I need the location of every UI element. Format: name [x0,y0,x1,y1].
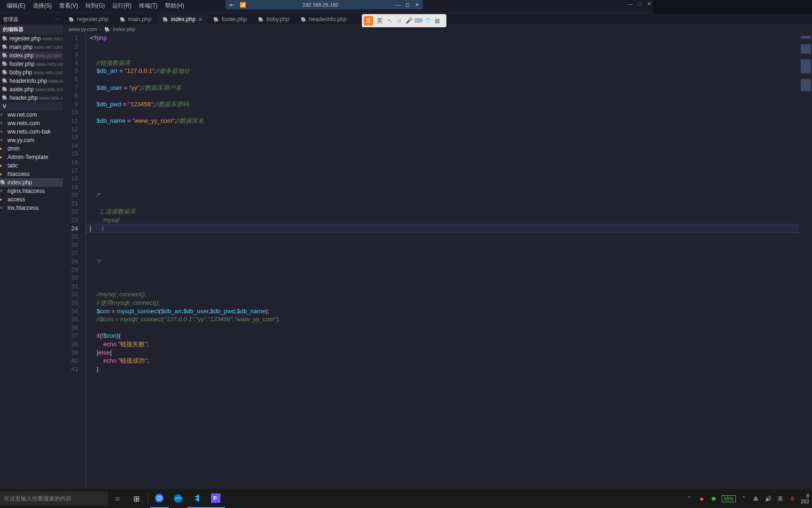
file-tree-item[interactable]: ▸tatic [0,161,63,170]
edge-icon[interactable] [169,489,187,508]
code-line[interactable]: 1.连接数据库 [86,207,812,216]
ime-tray-lang[interactable]: 英 [776,494,785,503]
code-line[interactable]: } [86,365,812,373]
file-tree-item[interactable]: ▸Admin-Template [0,153,63,161]
editor-tab[interactable]: 🐘boby.php [252,14,295,24]
code-line[interactable] [86,167,812,175]
code-line[interactable] [86,249,812,257]
code-line[interactable]: /* [86,191,812,199]
taskbar-search[interactable]: 在这里输入你要搜索的内容 [0,492,108,506]
code-editor[interactable]: 1234567891011121314151617181920212223242… [63,34,812,489]
mongodb-icon[interactable]: ⬢ [710,494,718,503]
menu-5[interactable]: 终端(T) [135,1,161,11]
code-line[interactable] [86,75,812,84]
network-icon[interactable]: 🖧 [752,494,760,503]
pin-icon[interactable]: ⇤ [228,1,235,8]
code-line[interactable]: $con = mysqli_connect($db_arr,$db_user,$… [86,307,812,316]
minimize-icon[interactable]: — [395,1,401,8]
code-line[interactable] [86,158,812,167]
menu-0[interactable]: 编辑(E) [3,1,29,11]
menu-6[interactable]: 帮助(H) [161,1,188,11]
menu-2[interactable]: 查看(V) [55,1,82,11]
close-tab-icon[interactable]: × [198,16,202,23]
clock[interactable]: 8 202 [801,493,809,504]
editor-tab[interactable]: 🐘regester.php [63,14,114,24]
menu-1[interactable]: 选择(S) [29,1,55,11]
code-line[interactable]: }else{ [86,349,812,357]
volume-icon[interactable]: 🔊 [764,494,773,503]
code-line[interactable] [86,125,812,134]
code-line[interactable] [86,42,812,51]
code-line[interactable]: if(!$con){ [86,332,812,340]
task-view-icon[interactable]: ⊞ [127,489,146,508]
code-line[interactable]: $db_name = "www_yy_com";//数据库名 [86,117,812,125]
code-area[interactable]: <?php //链接数据库 $db_arr = "127.0.0.1";//服务… [86,34,812,489]
ime-skin-icon[interactable]: 👕 [424,17,431,24]
file-tree-item[interactable]: 🐘index.php [0,178,63,187]
cortana-icon[interactable]: ○ [108,489,127,508]
sogou-logo-icon[interactable]: S [364,16,373,25]
file-tree-item[interactable]: ▸dmin [0,144,63,153]
open-editor-item[interactable]: 🐘footer.phpwww.nets.com... [0,60,63,68]
code-line[interactable]: $db_arr = "127.0.0.1";//服务器地址 [86,67,812,75]
ime-keyboard-icon[interactable]: ⌨ [414,17,422,24]
more-icon[interactable]: ⋯ [54,16,60,23]
code-line[interactable] [86,142,812,150]
code-line[interactable] [86,108,812,117]
crumb-folder[interactable]: www.yy.com [69,26,97,32]
code-line[interactable]: <?php [86,34,812,42]
ime-emoji-icon[interactable]: ☺ [396,17,403,24]
file-tree-item[interactable]: ▸access [0,195,63,204]
code-line[interactable]: $db_user = "yy";//数据库用户名 [86,84,812,92]
ime-toolbox-icon[interactable]: ▦ [433,17,441,24]
file-tree-item[interactable]: ≡ww.nets.com [0,119,63,127]
code-line[interactable] [86,92,812,100]
sogou-tray-icon[interactable]: S [789,494,797,503]
code-line[interactable] [86,232,812,241]
file-tree-item[interactable]: ≡inx.htaccess [0,204,63,212]
vscode-icon[interactable] [187,489,206,508]
workspace-header[interactable]: V [0,102,63,111]
file-tree-item[interactable]: ≡ww.nets.com-bak [0,127,63,136]
code-line[interactable]: I [86,224,812,233]
menu-3[interactable]: 转到(G) [82,1,109,11]
vscode-min-icon[interactable]: — [626,1,634,8]
open-editors-header[interactable]: 的编辑器 [0,24,63,34]
code-line[interactable]: //链接数据库 [86,59,812,67]
file-tree-item[interactable]: ▸htaccess [0,170,63,178]
tray-chevron-icon[interactable]: ˄ [740,494,748,503]
code-line[interactable]: echo "链接成功"; [86,357,812,365]
ime-punct-icon[interactable]: •, [386,17,394,24]
vscode-max-icon[interactable]: □ [635,1,644,8]
tray-app-icon[interactable]: ◆ [697,494,706,503]
crumb-file[interactable]: index.php [113,26,135,32]
code-line[interactable] [86,50,812,59]
vscode-close-icon[interactable]: ✕ [645,1,653,8]
code-line[interactable]: //$con = mysqli_connect("127.0.0.1","yy"… [86,315,812,324]
chrome-icon[interactable] [150,489,169,508]
phpstorm-icon[interactable]: P [206,489,225,508]
editor-tab[interactable]: 🐘headerinfo.php [295,14,352,24]
code-line[interactable] [86,175,812,183]
code-line[interactable] [86,266,812,274]
editor-tab[interactable]: 🐘main.php [114,14,157,24]
code-line[interactable] [86,183,812,191]
battery-indicator[interactable]: 55% [722,495,736,502]
open-editor-item[interactable]: 🐘headerinfo.phpwww.net... [0,77,63,85]
code-line[interactable] [86,133,812,142]
code-line[interactable] [86,282,812,291]
open-editor-item[interactable]: 🐘header.phpwww.nets.co... [0,94,63,102]
tray-chevron-icon[interactable]: ˄ [685,494,694,503]
file-tree-item[interactable]: ≡nginx.htaccess [0,187,63,195]
code-line[interactable] [86,324,812,332]
open-editor-item[interactable]: 🐘main.phpwww.net.com\a... [0,43,63,51]
ime-lang[interactable]: 英 [375,16,384,25]
ime-voice-icon[interactable]: 🎤 [405,17,413,24]
menu-4[interactable]: 运行(R) [109,1,135,11]
code-line[interactable]: mysql [86,216,812,224]
code-line[interactable]: //使用mysqli_connect(); [86,299,812,307]
code-line[interactable] [86,199,812,208]
editor-tab[interactable]: 🐘index.php× [157,14,208,24]
code-line[interactable]: echo "链接失败"; [86,340,812,349]
close-icon[interactable]: ✕ [414,1,420,8]
